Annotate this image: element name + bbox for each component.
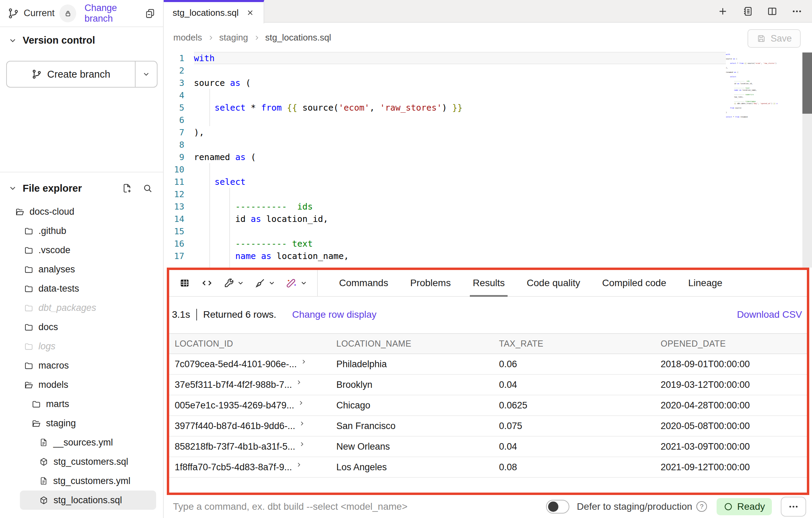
expand-row-icon[interactable] <box>295 461 302 468</box>
tree-item-macros[interactable]: macros <box>0 356 161 375</box>
code-line-11[interactable]: 11 select <box>164 176 812 188</box>
panel-tab-code-quality[interactable]: Code quality <box>527 270 580 296</box>
change-row-display-link[interactable]: Change row display <box>292 309 376 320</box>
code-line-4[interactable]: 4 <box>164 89 812 101</box>
dbt-copilot-tool[interactable] <box>286 277 308 289</box>
table-row[interactable]: 005e7e1c-1935-4269-b479...Chicago0.06252… <box>169 395 807 416</box>
panel-tab-commands[interactable]: Commands <box>339 270 388 296</box>
tree-item-label: analyses <box>38 264 75 275</box>
tree-item-marts[interactable]: marts <box>0 394 161 414</box>
expand-row-icon[interactable] <box>298 399 304 406</box>
tree-item-analyses[interactable]: analyses <box>0 260 161 279</box>
panel-tab-lineage[interactable]: Lineage <box>688 270 722 296</box>
split-editor-icon[interactable] <box>767 6 778 17</box>
more-actions-button[interactable] <box>781 497 806 517</box>
tree-item-docs-cloud[interactable]: docs-cloud <box>0 202 161 221</box>
tree-item-data-tests[interactable]: data-tests <box>0 279 161 298</box>
status-circle-icon <box>723 502 733 511</box>
save-button[interactable]: Save <box>747 29 801 48</box>
defer-toggle[interactable] <box>546 500 569 514</box>
panel-tab-problems[interactable]: Problems <box>410 270 451 296</box>
more-options-icon[interactable] <box>791 6 802 17</box>
ide-status-badge[interactable]: Ready <box>717 498 772 515</box>
status-divider <box>196 309 197 320</box>
help-icon[interactable]: ? <box>696 501 707 512</box>
table-cell: 2018-09-01T00:00:00 <box>655 359 807 370</box>
close-icon[interactable] <box>246 9 254 17</box>
line-number: 4 <box>164 90 194 100</box>
search-icon[interactable] <box>142 183 153 193</box>
tree-item-logs[interactable]: logs <box>0 337 161 356</box>
tree-item-stg_customers.sql[interactable]: stg_customers.sql <box>0 452 161 471</box>
expand-row-icon[interactable] <box>295 379 302 386</box>
code-line-9[interactable]: 9renamed as ( <box>164 151 812 163</box>
editor-tab-stg-locations[interactable]: stg_locations.sql <box>164 0 264 23</box>
breadcrumb-item-stg_locations.sql[interactable]: stg_locations.sql <box>265 32 331 43</box>
tree-item-__sources.yml[interactable]: __sources.yml <box>0 433 161 452</box>
tree-item-label: stg_customers.yml <box>53 476 130 486</box>
tree-item-models[interactable]: models <box>0 375 161 394</box>
code-line-10[interactable]: 10 <box>164 163 812 176</box>
table-row[interactable]: 7c079cea-5ed4-4101-906e-...Philadelphia0… <box>169 354 807 375</box>
table-cell: 0.04 <box>494 441 655 452</box>
tree-item-label: data-tests <box>38 283 79 294</box>
code-line-5[interactable]: 5 select * from {{ source('ecom', 'raw_s… <box>164 101 812 114</box>
download-csv-link[interactable]: Download CSV <box>737 309 802 320</box>
tree-item-dbt_packages[interactable]: dbt_packages <box>0 298 161 317</box>
table-row[interactable]: 3977f440-b87d-461b-9dd6-...San Francisco… <box>169 416 807 437</box>
code-line-15[interactable]: 15 <box>164 225 812 237</box>
copy-icon[interactable] <box>144 8 155 19</box>
create-branch-main[interactable]: Create branch <box>7 61 135 87</box>
panel-tab-results[interactable]: Results <box>473 270 504 296</box>
format-tool[interactable] <box>255 278 276 289</box>
code-line-7[interactable]: 7), <box>164 126 812 138</box>
table-row[interactable]: 858218fb-73f7-4b1b-a31f-5...New Orleans0… <box>169 437 807 457</box>
breadcrumb-item-models[interactable]: models <box>173 32 202 43</box>
tree-item-.github[interactable]: .github <box>0 221 161 240</box>
panel-tab-compiled-code[interactable]: Compiled code <box>602 270 666 296</box>
expand-row-icon[interactable] <box>300 358 307 365</box>
version-control-header[interactable]: Version control <box>8 35 95 46</box>
code-line-8[interactable]: 8 <box>164 138 812 151</box>
code-line-1[interactable]: 1with <box>164 52 812 64</box>
column-header-location_name: LOCATION_NAME <box>331 339 494 349</box>
tree-item-docs[interactable]: docs <box>0 317 161 337</box>
code-line-17[interactable]: 17 name as location_name, <box>164 250 812 262</box>
table-row[interactable]: 37e5f311-b7f4-4f2f-988b-7...Brooklyn0.04… <box>169 375 807 395</box>
active-tab-underline <box>470 295 507 297</box>
code-line-6[interactable]: 6 <box>164 114 812 126</box>
code-text: id as location_id, <box>194 214 328 224</box>
tree-item-stg_customers.yml[interactable]: stg_customers.yml <box>0 471 161 491</box>
change-branch-link[interactable]: Change branch <box>84 3 144 24</box>
preview-table-icon[interactable] <box>179 277 190 289</box>
command-input[interactable]: Type a command, ex. dbt build --select <… <box>173 501 407 512</box>
new-tab-icon[interactable] <box>717 6 728 17</box>
magic-pen-icon <box>286 277 298 289</box>
tree-item-staging[interactable]: staging <box>0 414 161 433</box>
editor-scrollbar[interactable] <box>802 52 812 268</box>
breadcrumb-item-staging[interactable]: staging <box>219 32 248 43</box>
code-editor[interactable]: 1with23source as (45 select * from {{ so… <box>164 52 812 268</box>
code-line-12[interactable]: 12 <box>164 188 812 200</box>
build-tool[interactable] <box>223 278 244 289</box>
file-explorer-header[interactable]: File explorer <box>8 178 153 199</box>
code-text: ), <box>194 127 204 137</box>
tree-item-stg_locations.sql[interactable]: stg_locations.sql <box>20 491 156 510</box>
create-branch-dropdown[interactable] <box>135 61 157 87</box>
tree-item-.vscode[interactable]: .vscode <box>0 240 161 260</box>
table-row[interactable]: 1f8ffa70-7cb5-4d83-8a7f-9...Los Angeles0… <box>169 457 807 478</box>
code-line-16[interactable]: 16 ---------- text <box>164 237 812 250</box>
code-line-2[interactable]: 2 <box>164 64 812 77</box>
code-line-13[interactable]: 13 ---------- ids <box>164 200 812 213</box>
new-file-icon[interactable] <box>122 183 132 193</box>
expand-row-icon[interactable] <box>299 420 305 427</box>
scrollbar-thumb[interactable] <box>802 53 812 114</box>
branch-bar: Current Change branch <box>0 0 163 27</box>
code-line-14[interactable]: 14 id as location_id, <box>164 213 812 225</box>
minimap[interactable]: with source as ( select * from {{ source… <box>726 53 777 167</box>
code-line-3[interactable]: 3source as ( <box>164 77 812 89</box>
tree-item-label: .github <box>38 226 66 236</box>
compile-code-icon[interactable] <box>201 277 213 289</box>
notebook-icon[interactable] <box>742 6 753 17</box>
expand-row-icon[interactable] <box>299 441 305 448</box>
